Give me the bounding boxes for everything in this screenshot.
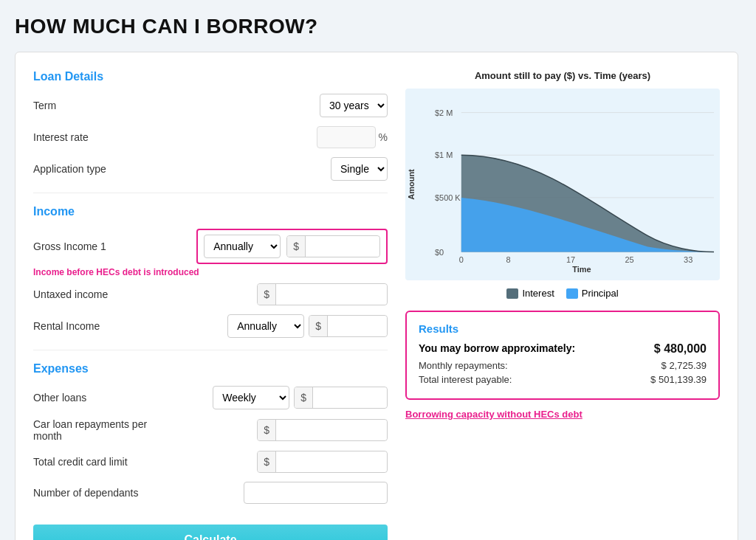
dependants-input[interactable]: 0 [244, 482, 388, 504]
credit-card-control: $ 0.00 [151, 451, 388, 473]
income-title: Income [33, 205, 388, 218]
monthly-repayments-value: $ 2,725.39 [662, 360, 707, 371]
credit-card-label: Total credit card limit [33, 456, 151, 468]
svg-text:0: 0 [459, 255, 464, 264]
interest-rate-row: Interest rate 5.50 % [33, 126, 388, 148]
gross-income-input[interactable]: 70,890.00 [306, 236, 379, 257]
gross-income-prefix: $ [287, 236, 306, 257]
total-interest-label: Total interest payable: [419, 374, 512, 385]
svg-text:33: 33 [684, 255, 693, 264]
total-interest-row: Total interest payable: $ 501,139.39 [419, 374, 707, 385]
untaxed-income-control: $ 0.00 [151, 283, 388, 305]
svg-text:$500 K: $500 K [435, 193, 461, 202]
credit-card-row: Total credit card limit $ 0.00 [33, 451, 388, 473]
rental-income-input[interactable]: 0.00 [328, 316, 387, 336]
car-loan-control: $ 0.00 [151, 419, 388, 441]
chart-legend: Interest Principal [405, 288, 720, 299]
other-loans-label: Other loans [33, 392, 151, 404]
section-divider-1 [33, 193, 388, 193]
application-type-control: Single Joint [151, 157, 388, 181]
borrow-label: You may borrow approximately: [419, 342, 575, 356]
results-borrow-row: You may borrow approximately: $ 480,000 [419, 342, 707, 356]
other-loans-row: Other loans Weekly Fortnightly Monthly A… [33, 386, 388, 409]
monthly-repayments-label: Monthly repayments: [419, 360, 508, 371]
gross-income-label: Gross Income 1 [33, 240, 151, 252]
dependants-label: Number of dependants [33, 487, 151, 499]
credit-card-prefix: $ [258, 451, 276, 472]
other-loans-input-group: $ [294, 387, 388, 409]
dependants-row: Number of dependants 0 [33, 482, 388, 504]
rental-income-row: Rental Income Weekly Fortnightly Monthly… [33, 314, 388, 338]
other-loans-frequency-select[interactable]: Weekly Fortnightly Monthly Annually [213, 386, 289, 409]
car-loan-row: Car loan repayments per month $ 0.00 [33, 418, 388, 442]
rental-income-frequency-select[interactable]: Weekly Fortnightly Monthly Annually [227, 314, 304, 338]
svg-text:8: 8 [506, 255, 510, 264]
hecs-link[interactable]: Borrowing capacity without HECs debt [405, 409, 720, 420]
gross-income-highlighted: Weekly Fortnightly Monthly Annually $ 70… [196, 229, 388, 264]
gross-income-row: Gross Income 1 Weekly Fortnightly Monthl… [33, 229, 388, 264]
rental-income-input-group: $ 0.00 [309, 315, 388, 337]
interest-rate-input[interactable]: 5.50 [317, 126, 376, 148]
untaxed-income-prefix: $ [258, 284, 276, 305]
principal-label: Principal [582, 288, 619, 299]
gross-income-frequency-select[interactable]: Weekly Fortnightly Monthly Annually [204, 235, 281, 258]
dependants-control: 0 [151, 482, 388, 504]
svg-text:$1 M: $1 M [435, 150, 453, 159]
svg-text:$2 M: $2 M [435, 108, 453, 117]
untaxed-income-row: Untaxed income $ 0.00 [33, 283, 388, 305]
application-type-row: Application type Single Joint [33, 157, 388, 181]
main-container: Loan Details Term 10 years 15 years 20 y… [15, 52, 738, 540]
gross-income-input-group: $ 70,890.00 [286, 235, 380, 257]
monthly-repayments-row: Monthly repayments: $ 2,725.39 [419, 360, 707, 371]
untaxed-income-input-group: $ 0.00 [257, 283, 388, 305]
right-panel: Amount still to pay ($) vs. Time (years)… [405, 70, 720, 540]
chart-container: Amount $2 M $1 M $500 K $0 [405, 89, 720, 280]
untaxed-income-input[interactable]: 0.00 [276, 284, 387, 305]
other-loans-input[interactable] [313, 387, 387, 408]
total-interest-value: $ 501,139.39 [650, 374, 707, 385]
legend-principal: Principal [566, 288, 619, 299]
chart-title: Amount still to pay ($) vs. Time (years) [405, 70, 720, 81]
principal-swatch [566, 288, 578, 299]
rental-income-control: Weekly Fortnightly Monthly Annually $ 0.… [151, 314, 388, 338]
interest-label: Interest [522, 288, 554, 299]
term-select[interactable]: 10 years 15 years 20 years 25 years 30 y… [320, 94, 388, 117]
borrow-amount: $ 480,000 [654, 342, 707, 356]
rental-income-label: Rental Income [33, 320, 151, 332]
svg-text:Time: Time [572, 265, 591, 274]
interest-rate-suffix: % [379, 131, 388, 143]
svg-text:25: 25 [625, 255, 634, 264]
interest-rate-control: 5.50 % [151, 126, 388, 148]
left-panel: Loan Details Term 10 years 15 years 20 y… [33, 70, 388, 540]
y-axis-label: Amount [407, 169, 416, 200]
loan-details-title: Loan Details [33, 70, 388, 83]
untaxed-income-label: Untaxed income [33, 288, 151, 300]
rental-income-prefix: $ [309, 316, 328, 336]
interest-rate-label: Interest rate [33, 131, 151, 143]
svg-text:$0: $0 [435, 249, 444, 257]
other-loans-control: Weekly Fortnightly Monthly Annually $ [151, 386, 388, 409]
car-loan-input-group: $ 0.00 [257, 419, 388, 441]
credit-card-input-group: $ 0.00 [257, 451, 388, 473]
gross-income-tooltip: Income before HECs debt is introduced [33, 267, 199, 277]
results-box: Results You may borrow approximately: $ … [405, 311, 720, 400]
results-title: Results [419, 322, 707, 335]
other-loans-prefix: $ [295, 387, 313, 408]
credit-card-input[interactable]: 0.00 [276, 451, 387, 472]
car-loan-label: Car loan repayments per month [33, 418, 151, 442]
section-divider-2 [33, 350, 388, 350]
page-title: HOW MUCH CAN I BORROW? [15, 15, 741, 38]
term-control: 10 years 15 years 20 years 25 years 30 y… [151, 94, 388, 117]
term-label: Term [33, 100, 151, 111]
application-type-select[interactable]: Single Joint [331, 157, 388, 181]
chart-svg: $2 M $1 M $500 K $0 0 [435, 97, 714, 274]
legend-interest: Interest [506, 288, 554, 299]
calculate-button[interactable]: Calculate [33, 525, 388, 540]
car-loan-input[interactable]: 0.00 [276, 420, 387, 440]
interest-swatch [506, 288, 518, 299]
car-loan-prefix: $ [258, 420, 276, 440]
gross-income-control: Weekly Fortnightly Monthly Annually $ 70… [151, 229, 388, 264]
term-row: Term 10 years 15 years 20 years 25 years… [33, 94, 388, 117]
expenses-title: Expenses [33, 362, 388, 375]
svg-text:17: 17 [566, 255, 575, 264]
